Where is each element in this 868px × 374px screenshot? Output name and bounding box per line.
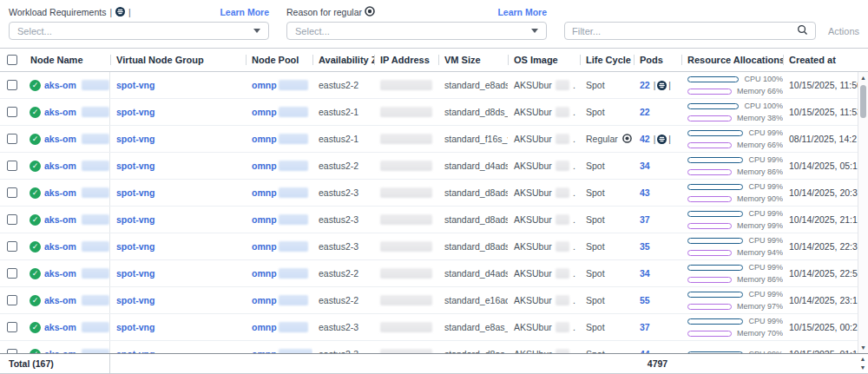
pods-workload-badge[interactable]: || [653,135,672,144]
node-pool-link[interactable]: omnp [252,268,277,279]
table-row[interactable]: ✓aks-omspot-vngomnpeastus2-2standard_e8a… [0,72,868,99]
availability-zone-cell: eastus2-3 [312,233,374,259]
node-pool-link[interactable]: omnp [252,161,277,171]
table-row[interactable]: ✓aks-omspot-vngomnpeastus2-2standard_d4a… [0,153,868,180]
virtual-node-group-link[interactable]: spot-vng [116,241,155,252]
virtual-node-group-link[interactable]: spot-vng [116,214,155,225]
node-name-link[interactable]: aks-om [44,322,76,332]
column-header-os-image[interactable]: OS Image [508,49,580,71]
node-name-link[interactable]: aks-om [44,214,76,225]
node-name-link[interactable]: aks-om [44,295,76,305]
table-row[interactable]: ✓aks-omspot-vngomnpeastus2-1standard_f16… [0,126,868,153]
os-image-truncation: . [573,161,580,171]
node-pool-link[interactable]: omnp [252,241,277,252]
row-checkbox[interactable] [7,161,17,171]
row-checkbox[interactable] [7,80,17,90]
created-at-value: 08/11/2025, 14:2… [789,134,858,144]
column-header-vm-size[interactable]: VM Size [438,49,508,71]
column-header-node-pool[interactable]: Node Pool [246,49,312,71]
row-checkbox[interactable] [7,241,17,252]
node-pool-link[interactable]: omnp [252,80,277,90]
pods-count-link[interactable]: 22 [640,80,650,90]
vertical-scrollbar[interactable]: ▲ ▼ [858,72,868,353]
table-row[interactable]: ✓aks-omspot-vngomnpeastus2-3standard_d8a… [0,180,868,207]
node-name-link[interactable]: aks-om [44,161,76,171]
column-header-resource-allocations[interactable]: Resource Allocations↓≡ [681,49,783,71]
reason-learn-more-link[interactable]: Learn More [497,7,547,17]
table-row[interactable]: ✓aks-omspot-vngomnpeastus2-2standard_d4a… [0,260,868,287]
filter-input[interactable] [572,26,797,36]
os-image-value: AKSUbur [514,268,552,279]
pods-count-link[interactable]: 55 [640,295,650,305]
node-pool-link[interactable]: omnp [252,295,277,305]
scroll-up-icon[interactable]: ▲ [860,356,866,363]
resource-allocations-cell: CPU 99%Memory 97% [681,287,783,313]
table-row[interactable]: ✓aks-omspot-vngomnpeastus2-3standard_d8a… [0,207,868,233]
pods-count-link[interactable]: 34 [640,268,650,279]
table-row[interactable]: ✓aks-omspot-vngomnpeastus2-2standard_e16… [0,287,868,314]
actions-button[interactable]: Actions [828,22,859,40]
pods-count-link[interactable]: 42 [640,134,650,144]
workload-learn-more-link[interactable]: Learn More [220,7,269,17]
column-header-created-at[interactable]: Created at [783,49,858,71]
search-icon[interactable] [797,24,808,37]
scrollbar-up-icon[interactable]: ▲ [858,75,868,81]
row-checkbox[interactable] [7,295,17,305]
virtual-node-group-link[interactable]: spot-vng [116,268,155,279]
virtual-node-group-link[interactable]: spot-vng [116,161,155,171]
node-pool-link[interactable]: omnp [252,134,277,144]
node-name-link[interactable]: aks-om [44,107,76,117]
table-row[interactable]: ✓aks-omspot-vngomnpeastus2-3standard_e8a… [0,314,868,341]
row-checkbox[interactable] [7,214,17,225]
regular-reason-icon[interactable] [622,134,632,145]
row-checkbox[interactable] [7,134,17,144]
column-header-node-name[interactable]: Node Name [24,49,110,71]
node-pool-link[interactable]: omnp [252,107,277,117]
scrollbar-down-icon[interactable]: ▼ [858,344,868,351]
column-header-availability-zone[interactable]: Availability Zone [312,49,374,71]
virtual-node-group-link[interactable]: spot-vng [116,322,155,332]
redacted-os-image [556,295,569,305]
filter-search-box[interactable] [564,22,816,40]
node-pool-link[interactable]: omnp [252,187,277,198]
virtual-node-group-link[interactable]: spot-vng [116,295,155,305]
cpu-bar [687,238,743,244]
pods-cell: 22|| [634,72,681,98]
reason-for-regular-select[interactable]: Select... [286,22,547,40]
node-name-link[interactable]: aks-om [44,80,76,90]
table-row[interactable]: ✓aks-omspot-vngomnpeastus2-3standard_d8a… [0,341,868,353]
node-name-link[interactable]: aks-om [44,241,76,252]
row-checkbox[interactable] [7,268,17,279]
node-name-link[interactable]: aks-om [44,134,76,144]
workload-requirements-select[interactable]: Select... [9,22,269,40]
scroll-down-icon[interactable]: ▼ [860,364,866,371]
column-header-pods[interactable]: Pods [634,49,681,71]
table-row[interactable]: ✓aks-omspot-vngomnpeastus2-3standard_d8a… [0,233,868,260]
select-all-checkbox[interactable] [7,55,17,65]
scrollbar-thumb[interactable] [860,85,866,118]
row-checkbox[interactable] [7,107,17,117]
row-checkbox[interactable] [7,322,17,332]
node-name-link[interactable]: aks-om [44,187,76,198]
virtual-node-group-link[interactable]: spot-vng [116,107,155,117]
column-header-life-cycle[interactable]: Life Cycle [580,49,634,71]
ip-address-cell [374,233,438,259]
pods-count-link[interactable]: 43 [640,187,650,198]
pods-count-link[interactable]: 34 [640,161,650,171]
table-row[interactable]: ✓aks-omspot-vngomnpeastus2-1standard_d8d… [0,99,868,126]
column-header-virtual-node-group[interactable]: Virtual Node Group [110,49,246,71]
virtual-node-group-link[interactable]: spot-vng [116,80,155,90]
pods-count-link[interactable]: 37 [640,214,650,225]
virtual-node-group-link[interactable]: spot-vng [116,187,155,198]
row-checkbox[interactable] [7,187,17,198]
virtual-node-group-link[interactable]: spot-vng [116,134,155,144]
node-name-link[interactable]: aks-om [44,268,76,279]
pods-workload-badge[interactable]: || [653,81,672,90]
node-pool-link[interactable]: omnp [252,214,277,225]
pods-count-link[interactable]: 37 [640,322,650,332]
node-pool-link[interactable]: omnp [252,322,277,332]
pods-count-link[interactable]: 22 [640,107,650,117]
memory-bar [687,223,732,229]
column-header-ip-address[interactable]: IP Address [374,49,438,71]
pods-count-link[interactable]: 35 [640,241,650,252]
